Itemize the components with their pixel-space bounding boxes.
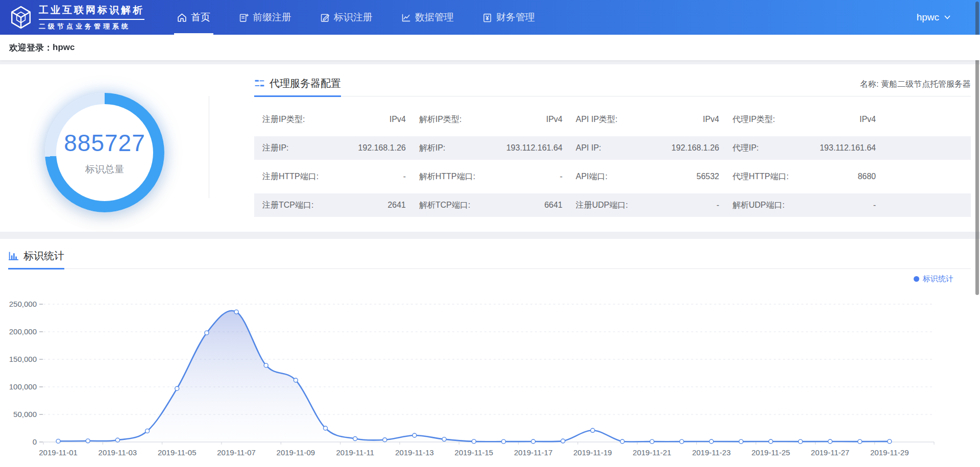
data-point[interactable] — [709, 439, 714, 444]
server-name: 名称: 黄船二级节点托管服务器 — [860, 79, 971, 96]
y-axis-label: 150,000 — [9, 355, 37, 363]
x-axis-label: 2019-11-11 — [336, 448, 374, 457]
line-chart-svg: 050,000100,000150,000200,000250,0002019-… — [0, 284, 972, 463]
data-point[interactable] — [442, 437, 446, 441]
config-label: API IP: — [576, 143, 601, 153]
logo-subtitle: 二级节点业务管理系统 — [39, 22, 144, 31]
overview-card: 885727 标识总量 代理服务器配置 名称: 黄船二级节点托管服务器 注册IP — [0, 64, 980, 232]
config-label: 注册IP: — [262, 143, 289, 154]
nav-item-4[interactable]: 财务管理 — [479, 0, 538, 35]
proxy-config-table: 注册IP类型:IPv4解析IP类型:IPv4API IP类型:IPv4代理IP类… — [254, 108, 971, 217]
welcome-label: 欢迎登录： — [9, 42, 53, 54]
data-point[interactable] — [531, 439, 535, 444]
data-point[interactable] — [828, 439, 832, 444]
data-point[interactable] — [234, 310, 238, 314]
config-label: 解析IP: — [419, 143, 446, 154]
config-row: 注册IP:192.168.1.26解析IP:193.112.161.64API … — [254, 136, 971, 160]
data-point[interactable] — [293, 378, 298, 382]
data-point[interactable] — [353, 437, 357, 441]
config-label: 解析IP类型: — [419, 114, 462, 125]
x-axis-label: 2019-11-07 — [217, 448, 256, 457]
bar-chart-icon — [8, 251, 19, 261]
config-label: 解析HTTP端口: — [419, 171, 475, 182]
stats-title: 标识统计 — [8, 249, 64, 269]
config-label: 解析UDP端口: — [732, 200, 785, 211]
config-value: - — [717, 201, 719, 210]
nav-item-2[interactable]: 标识注册 — [317, 0, 376, 35]
chevron-down-icon — [943, 13, 951, 21]
x-axis-label: 2019-11-13 — [395, 448, 434, 457]
config-label: 注册TCP端口: — [262, 200, 313, 211]
user-menu[interactable]: hpwc — [917, 0, 980, 35]
data-point[interactable] — [145, 429, 150, 433]
home-icon — [177, 13, 187, 22]
data-point[interactable] — [620, 439, 624, 444]
config-value: 192.168.1.26 — [672, 143, 719, 153]
x-axis-label: 2019-11-17 — [514, 448, 553, 457]
data-point[interactable] — [888, 439, 892, 444]
config-label: 注册HTTP端口: — [262, 171, 318, 182]
identity-total-ring: 885727 标识总量 — [45, 93, 164, 212]
config-cell: API端口:56532 — [576, 171, 719, 182]
config-cell: 注册IP类型:IPv4 — [262, 114, 406, 125]
nav-item-home[interactable]: 首页 — [174, 0, 213, 35]
data-point[interactable] — [86, 439, 90, 443]
identity-total-value: 885727 — [64, 129, 145, 157]
y-axis-label: 0 — [33, 437, 37, 446]
nav-menu: 首页前缀注册标识注册数据管理财务管理 — [163, 0, 549, 35]
config-cell: 解析TCP端口:6641 — [419, 200, 562, 211]
x-axis-label: 2019-11-05 — [158, 448, 197, 457]
data-point[interactable] — [650, 439, 654, 444]
proxy-config-panel: 代理服务器配置 名称: 黄船二级节点托管服务器 注册IP类型:IPv4解析IP类… — [209, 64, 980, 232]
data-point[interactable] — [502, 439, 506, 444]
prefix-register-icon — [239, 13, 249, 22]
welcome-bar: 欢迎登录： hpwc — [0, 35, 980, 60]
config-cell: 代理IP类型:IPv4 — [732, 114, 876, 125]
config-value: 6641 — [544, 201, 562, 210]
stats-header: 标识统计 — [8, 249, 971, 269]
data-point[interactable] — [205, 331, 209, 335]
data-point[interactable] — [769, 439, 773, 444]
data-point[interactable] — [739, 439, 743, 444]
config-cell: 注册TCP端口:2641 — [262, 200, 406, 211]
data-point[interactable] — [412, 433, 416, 437]
config-label: API端口: — [576, 171, 607, 182]
data-point[interactable] — [591, 428, 595, 432]
config-value: IPv4 — [389, 115, 406, 124]
config-label: 解析TCP端口: — [419, 200, 470, 211]
data-point[interactable] — [383, 438, 387, 442]
config-label: 代理IP: — [732, 143, 759, 154]
config-cell: 代理HTTP端口:8680 — [732, 171, 876, 182]
nav-item-1[interactable]: 前缀注册 — [236, 0, 295, 35]
logo-title: 工业互联网标识解析 — [39, 4, 144, 20]
identity-trend-chart[interactable]: 050,000100,000150,000200,000250,0002019-… — [0, 284, 980, 465]
data-point[interactable] — [798, 439, 802, 444]
data-point[interactable] — [858, 439, 862, 444]
data-point[interactable] — [175, 386, 179, 390]
welcome-username: hpwc — [53, 42, 75, 53]
y-axis-label: 100,000 — [9, 382, 37, 391]
data-point[interactable] — [680, 439, 684, 444]
config-value: 56532 — [697, 172, 720, 181]
legend-item-identity-stats[interactable]: 标识统计 — [914, 274, 953, 284]
identity-total-label: 标识总量 — [85, 163, 124, 176]
config-value: - — [560, 172, 562, 181]
data-point[interactable] — [472, 439, 476, 444]
data-point[interactable] — [561, 439, 565, 443]
nav-item-3[interactable]: 数据管理 — [398, 0, 457, 35]
config-value: - — [403, 172, 406, 181]
config-label: 注册UDP端口: — [576, 200, 628, 211]
config-cell: 解析UDP端口:- — [732, 200, 876, 211]
config-value: 193.112.161.64 — [506, 143, 562, 153]
data-point[interactable] — [115, 438, 119, 442]
x-axis-label: 2019-11-23 — [692, 448, 731, 457]
config-value: 192.168.1.26 — [358, 143, 406, 153]
data-point[interactable] — [324, 426, 328, 430]
server-config-icon — [254, 78, 265, 89]
data-point[interactable] — [264, 363, 268, 367]
stats-card: 标识统计 标识统计 050,000100,000150,000200,00025… — [0, 239, 980, 467]
data-point[interactable] — [56, 439, 60, 443]
x-axis-label: 2019-11-25 — [751, 448, 790, 457]
config-label: 代理IP类型: — [732, 114, 775, 125]
proxy-config-header: 代理服务器配置 名称: 黄船二级节点托管服务器 — [254, 77, 971, 96]
